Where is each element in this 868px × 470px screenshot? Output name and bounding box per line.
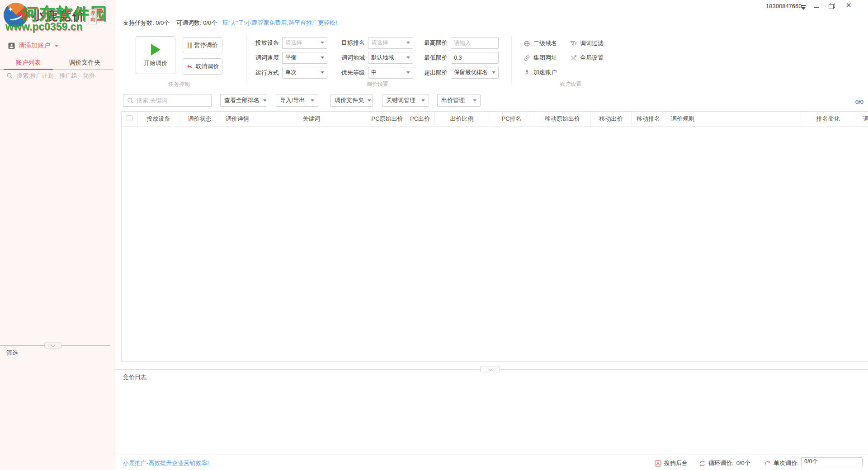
sidebar-tabs: 账户列表 调价文件夹 xyxy=(0,56,113,70)
user-icon xyxy=(8,42,15,49)
run-mode-select[interactable]: 单次 xyxy=(282,67,327,79)
log-collapse-button[interactable] xyxy=(480,367,500,372)
account-dropdown-icon[interactable] xyxy=(800,4,807,10)
chevron-down-icon xyxy=(51,343,55,347)
word-count: 可调词数: 0/0个 xyxy=(176,19,217,27)
account-settings-group-label: 账户设置 xyxy=(524,80,617,88)
target-rank-select[interactable]: 请选择 xyxy=(368,37,413,49)
chevron-down-icon xyxy=(492,71,495,74)
header-checkbox-cell xyxy=(122,112,138,127)
loop-icon xyxy=(699,460,706,467)
backend-label: 搜狗后台 xyxy=(664,459,688,467)
view-rank-dropdown[interactable]: 查看全部排名 xyxy=(220,94,266,107)
max-price-box xyxy=(451,37,499,49)
logo-star-icon: ✦ xyxy=(8,5,14,14)
backend-user-icon xyxy=(655,460,661,467)
item-label: 调词过滤 xyxy=(580,39,604,47)
keyword-manage-dropdown[interactable]: 关键词管理 xyxy=(382,94,429,107)
chevron-down-icon xyxy=(311,99,314,102)
item-label: 集团网址 xyxy=(533,54,557,62)
rocket-icon xyxy=(524,69,530,76)
dropdown-label: 查看全部排名 xyxy=(224,96,259,104)
promo-link[interactable]: 玩“大”了!小鹿管家免费用,跨平台推广更轻松! xyxy=(222,19,337,27)
select-value: 默认地域 xyxy=(371,54,406,61)
max-price-input[interactable] xyxy=(454,40,495,46)
field-label: 最高限价 xyxy=(424,39,448,47)
redo-icon xyxy=(764,460,771,467)
cancel-bidding-button[interactable]: 取消调价 xyxy=(183,58,222,75)
select-value: 请选择 xyxy=(285,39,321,47)
subdomain-button[interactable]: 二级域名 xyxy=(524,39,570,47)
field-label: 最低限价 xyxy=(424,54,448,62)
app-logo: ✦ xyxy=(4,3,28,27)
region-select[interactable]: 默认地域 xyxy=(368,52,413,64)
play-icon xyxy=(151,44,160,56)
account-phone: 18300847660 xyxy=(766,3,802,9)
col-mobile-origin-bid: 移动原始出价 xyxy=(534,112,591,127)
bid-settings-group-label: 调价设置 xyxy=(255,80,500,88)
chevron-down-icon xyxy=(406,42,410,44)
sidebar: ✦ 小鹿竞价 河东软件园 www.pc0359.cn 搜狗 请添加账户 账户列表… xyxy=(0,0,114,470)
field-device: 投放设备 请选择 xyxy=(255,37,341,49)
footer-slogan[interactable]: 小鹿推广-高效提升企业营销效率! xyxy=(123,459,209,467)
task-control-group-label: 任务控制 xyxy=(136,80,222,88)
keyword-search-input[interactable] xyxy=(137,97,216,104)
single-bid-box xyxy=(801,457,863,467)
sidebar-search-input[interactable] xyxy=(17,72,103,79)
chevron-down-icon xyxy=(488,367,492,371)
start-bidding-button[interactable]: 开始调价 xyxy=(136,36,175,74)
field-label: 运行方式 xyxy=(255,69,279,77)
bid-folder-dropdown[interactable]: 调价文件夹 xyxy=(330,94,373,107)
task-count: 支持任务数: 0/0个 xyxy=(123,19,170,27)
maximize-button[interactable] xyxy=(828,2,835,9)
group-url-button[interactable]: 集团网址 xyxy=(524,54,570,62)
device-select[interactable]: 请选择 xyxy=(282,37,327,49)
col-bid-detail: 调价详情 xyxy=(220,112,297,127)
import-export-dropdown[interactable]: 导入/导出 xyxy=(276,94,318,107)
cancel-bidding-label: 取消调价 xyxy=(196,62,219,70)
col-pc-origin-bid: PC原始出价 xyxy=(369,112,406,127)
min-price-box xyxy=(451,52,499,64)
close-button[interactable]: × xyxy=(844,0,854,10)
item-label: 二级域名 xyxy=(533,39,557,47)
task-count-value: 0/0个 xyxy=(156,19,170,26)
chevron-down-icon xyxy=(321,42,324,44)
chevron-down-icon xyxy=(321,71,324,74)
col-mobile-bid: 移动出价 xyxy=(591,112,632,127)
sogou-backend-button[interactable]: 搜狗后台 xyxy=(655,459,688,467)
account-settings-panel: 二级域名 调词过滤 集团网址 全局设置 xyxy=(524,36,604,80)
boost-account-button[interactable]: 加速账户 xyxy=(524,68,570,76)
pause-bidding-button[interactable]: 暂停调价 xyxy=(183,37,222,53)
select-value: 请选择 xyxy=(371,39,406,47)
bid-log-title: 竞价日志 xyxy=(123,373,146,381)
col-pc-rank: PC排名 xyxy=(489,112,534,127)
speed-select[interactable]: 平衡 xyxy=(282,52,327,64)
over-limit-select[interactable]: 保留最优排名 xyxy=(451,67,499,79)
pause-bidding-label: 暂停调价 xyxy=(194,41,218,49)
col-bid-status: 调价状态 xyxy=(179,112,220,127)
sidebar-search xyxy=(6,72,108,79)
bid-settings-panel: 投放设备 请选择 目标排名 请选择 最高限价 调词速度 平衡 xyxy=(255,35,502,80)
footer-divider xyxy=(114,455,868,455)
bid-manage-dropdown[interactable]: 出价管理 xyxy=(437,94,481,107)
field-over-limit: 超出限价 保留最优排名 xyxy=(424,67,502,79)
tab-bid-folder[interactable]: 调价文件夹 xyxy=(57,56,113,69)
global-settings-button[interactable]: 全局设置 xyxy=(570,54,604,62)
field-label: 调词速度 xyxy=(255,54,279,62)
tab-account-list[interactable]: 账户列表 xyxy=(0,56,57,69)
priority-select[interactable]: 中 xyxy=(368,67,413,79)
single-bid-input[interactable] xyxy=(804,459,859,465)
add-account-button[interactable]: 请添加账户 xyxy=(8,42,58,50)
minimize-button[interactable] xyxy=(813,2,820,9)
min-price-input[interactable] xyxy=(454,55,495,61)
word-filter-button[interactable]: 调词过滤 xyxy=(570,39,604,47)
select-all-checkbox[interactable] xyxy=(127,115,132,121)
field-target-rank: 目标排名 请选择 xyxy=(341,37,424,49)
field-priority: 优先等级 中 xyxy=(341,67,424,79)
sidebar-collapse-button[interactable] xyxy=(44,343,61,348)
add-account-label: 请添加账户 xyxy=(19,42,50,50)
dropdown-label: 关键词管理 xyxy=(386,96,415,104)
word-count-value: 0/0个 xyxy=(203,19,217,26)
keyword-search-box xyxy=(123,94,212,107)
keyword-table: 投放设备 调价状态 调价详情 关键词 PC原始出价 PC出价 出价比例 PC排名… xyxy=(121,111,868,362)
